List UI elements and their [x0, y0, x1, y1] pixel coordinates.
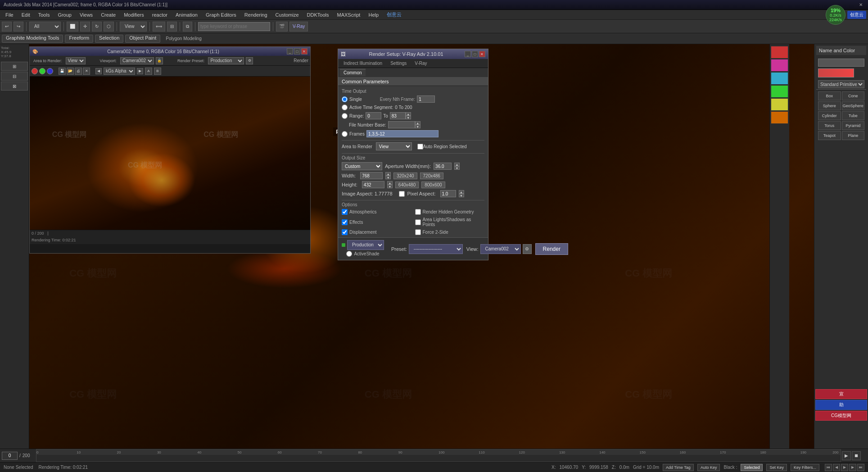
fn-down[interactable]: ▼	[415, 125, 420, 128]
h-up[interactable]: ▲	[387, 181, 393, 185]
subtab-common[interactable]: Common	[340, 69, 366, 76]
w-down[interactable]: ▼	[385, 176, 391, 179]
area-render-combo[interactable]: View	[376, 142, 412, 150]
color-dot-green[interactable]	[39, 68, 45, 74]
force-2-side-check[interactable]	[415, 229, 421, 235]
channel-btn-a[interactable]: A	[145, 68, 152, 75]
prev-frame-btn[interactable]: ⏮	[825, 464, 832, 471]
teapot-btn[interactable]: Teapot	[818, 131, 841, 140]
plane-btn[interactable]: Plane	[842, 131, 865, 140]
menu-help[interactable]: Help	[365, 11, 382, 18]
object-name-input[interactable]	[818, 59, 864, 67]
preset-select[interactable]: -------------------	[409, 244, 463, 254]
aperture-input[interactable]	[434, 163, 452, 170]
menu-customize[interactable]: Customize	[272, 11, 303, 18]
setup-close[interactable]: ✕	[479, 51, 485, 57]
right-btn-3[interactable]: CG模型网	[815, 411, 867, 421]
icon-1[interactable]: 💾	[59, 68, 66, 75]
range-radio[interactable]	[342, 113, 348, 119]
play-btn[interactable]: ▶	[842, 451, 851, 460]
play-anim-btn[interactable]: ▶	[841, 464, 848, 471]
right-btn-2[interactable]: 助	[815, 400, 867, 410]
next-key-btn[interactable]: ▶	[849, 464, 856, 471]
pixel-aspect-input[interactable]	[440, 190, 456, 197]
menu-ddktools[interactable]: DDKTools	[303, 11, 333, 18]
rotate-btn[interactable]: ↻	[92, 22, 102, 32]
output-preset-select[interactable]: Custom	[342, 162, 382, 170]
swatch-yellow[interactable]	[771, 98, 788, 111]
menu-reactor[interactable]: reactor	[149, 11, 171, 18]
ap-up[interactable]: ▲	[454, 163, 460, 166]
color-dot-blue[interactable]	[47, 68, 53, 74]
auto-key-btn[interactable]: Auto Key	[697, 464, 720, 471]
height-input[interactable]	[362, 181, 384, 188]
mirror-btn[interactable]: ⟺	[153, 22, 165, 32]
range-up[interactable]: ▲	[406, 112, 411, 116]
channel-left-btn[interactable]: ◀	[95, 68, 102, 74]
size-640-btn[interactable]: 640x480	[395, 182, 419, 188]
menu-tools[interactable]: Tools	[35, 11, 54, 18]
layer-btn[interactable]: ⧉	[183, 22, 192, 32]
setup-minimize[interactable]: _	[465, 51, 471, 57]
pa-down[interactable]: ▼	[459, 194, 464, 197]
h-down[interactable]: ▼	[387, 185, 393, 188]
effects-check[interactable]	[342, 219, 348, 225]
viewport-select[interactable]: Camera002	[120, 57, 154, 64]
freeform-btn[interactable]: Freeform	[65, 35, 93, 43]
setup-maximize[interactable]: □	[472, 51, 478, 57]
move-btn[interactable]: ✛	[80, 22, 90, 32]
select-btn[interactable]: ⬜	[67, 22, 78, 32]
render-preset-options[interactable]: ⚙	[246, 57, 253, 64]
single-radio[interactable]	[342, 96, 348, 102]
active-segment-radio[interactable]	[342, 104, 348, 110]
view-select-bottom[interactable]: Camera002	[480, 244, 521, 254]
color-dot-red[interactable]	[32, 68, 38, 74]
icon-3[interactable]: 🖨	[75, 68, 82, 75]
range-from-input[interactable]	[366, 112, 381, 119]
undo-btn[interactable]: ↩	[2, 22, 12, 32]
area-lights-check[interactable]	[415, 219, 421, 225]
view-select[interactable]: View	[120, 22, 147, 32]
icon-4[interactable]: ✕	[83, 68, 90, 75]
swatch-green[interactable]	[771, 85, 788, 98]
swatch-pink[interactable]	[771, 59, 788, 72]
menu-modifiers[interactable]: Modifiers	[120, 11, 148, 18]
selected-btn[interactable]: Selected	[741, 464, 763, 471]
render-window-minimize[interactable]: _	[287, 48, 293, 54]
production-select[interactable]: Production	[347, 240, 384, 250]
width-input[interactable]	[360, 172, 383, 179]
menu-group[interactable]: Group	[54, 11, 75, 18]
view-btn[interactable]: ⚙	[523, 244, 532, 254]
menu-views[interactable]: Views	[76, 11, 96, 18]
set-key-btn[interactable]: Set Key	[766, 464, 787, 471]
menu-rendering[interactable]: Rendering	[241, 11, 271, 18]
graphite-btn[interactable]: Graphite Modeling Tools	[2, 35, 63, 43]
selection-filter[interactable]: All	[29, 22, 61, 32]
cylinder-btn[interactable]: Cylinder	[818, 111, 841, 120]
range-to-input[interactable]	[390, 112, 406, 119]
tab-indirect[interactable]: Indirect Illumination	[340, 60, 386, 67]
color-swatch-main[interactable]	[818, 68, 854, 77]
stop-btn[interactable]: ⏹	[852, 451, 861, 460]
viewport-lock-btn[interactable]: 🔒	[156, 57, 163, 64]
primitives-select[interactable]: Standard Primitives	[818, 80, 864, 88]
channel-right-btn[interactable]: ▶	[137, 68, 143, 74]
menu-file[interactable]: File	[2, 11, 17, 18]
pa-up[interactable]: ▲	[459, 190, 464, 194]
box-btn[interactable]: Box	[818, 91, 841, 100]
cone-btn[interactable]: Cone	[842, 91, 865, 100]
right-btn-1[interactable]: 宣	[815, 389, 867, 399]
size-720-btn[interactable]: 720x486	[420, 172, 443, 179]
pixel-aspect-lock[interactable]	[399, 191, 405, 197]
frames-input[interactable]	[366, 130, 439, 137]
frames-radio[interactable]	[342, 131, 348, 137]
menu-graph-editors[interactable]: Graph Editors	[202, 11, 240, 18]
atmospherics-check[interactable]	[342, 209, 348, 215]
redo-btn[interactable]: ↪	[14, 22, 23, 32]
scale-btn[interactable]: ⬡	[104, 22, 114, 32]
menu-cg-cloud[interactable]: 创意云	[383, 10, 405, 19]
frame-input[interactable]	[2, 452, 18, 460]
channel-select[interactable]: kGs Alpha	[104, 68, 135, 75]
prev-key-btn[interactable]: ◀	[833, 464, 840, 471]
displacement-check[interactable]	[342, 229, 348, 235]
